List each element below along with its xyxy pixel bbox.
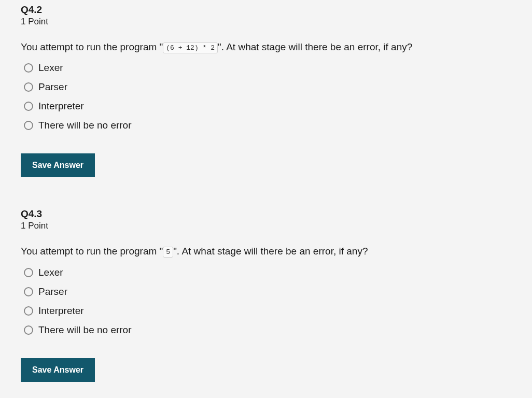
option-parser[interactable]: Parser	[24, 286, 511, 297]
radio-icon	[24, 306, 33, 316]
prompt-prefix: You attempt to run the program "	[21, 41, 163, 52]
question-block: Q4.2 1 Point You attempt to run the prog…	[21, 4, 511, 177]
prompt-suffix: ". At what stage will there be an error,…	[218, 41, 412, 52]
question-block: Q4.3 1 Point You attempt to run the prog…	[21, 208, 511, 381]
option-interpreter[interactable]: Interpreter	[24, 101, 511, 112]
question-prompt: You attempt to run the program "5". At w…	[21, 244, 511, 259]
option-no-error[interactable]: There will be no error	[24, 120, 511, 131]
options-group: Lexer Parser Interpreter There will be n…	[21, 267, 511, 336]
radio-icon	[24, 268, 33, 277]
option-label: There will be no error	[38, 324, 132, 336]
question-number: Q4.2	[21, 4, 511, 16]
option-label: Lexer	[38, 267, 63, 278]
option-label: Parser	[38, 81, 67, 93]
option-label: Interpreter	[38, 305, 84, 317]
option-label: Interpreter	[38, 101, 84, 112]
question-points: 1 Point	[21, 17, 511, 27]
question-points: 1 Point	[21, 221, 511, 231]
option-label: There will be no error	[38, 120, 132, 131]
save-answer-button[interactable]: Save Answer	[21, 153, 95, 177]
code-inline: 5	[163, 247, 173, 258]
option-lexer[interactable]: Lexer	[24, 267, 511, 278]
radio-icon	[24, 102, 33, 111]
option-label: Parser	[38, 286, 67, 297]
option-interpreter[interactable]: Interpreter	[24, 305, 511, 317]
options-group: Lexer Parser Interpreter There will be n…	[21, 62, 511, 131]
radio-icon	[24, 82, 33, 92]
save-answer-button[interactable]: Save Answer	[21, 358, 95, 382]
radio-icon	[24, 121, 33, 130]
prompt-suffix: ". At what stage will there be an error,…	[173, 246, 368, 257]
option-no-error[interactable]: There will be no error	[24, 324, 511, 336]
question-number: Q4.3	[21, 208, 511, 220]
question-prompt: You attempt to run the program "(6 + 12)…	[21, 39, 511, 55]
radio-icon	[24, 287, 33, 296]
prompt-prefix: You attempt to run the program "	[21, 246, 163, 257]
option-parser[interactable]: Parser	[24, 81, 511, 93]
option-label: Lexer	[38, 62, 63, 74]
radio-icon	[24, 63, 33, 73]
code-inline: (6 + 12) * 2	[163, 42, 218, 53]
radio-icon	[24, 325, 33, 335]
option-lexer[interactable]: Lexer	[24, 62, 511, 74]
